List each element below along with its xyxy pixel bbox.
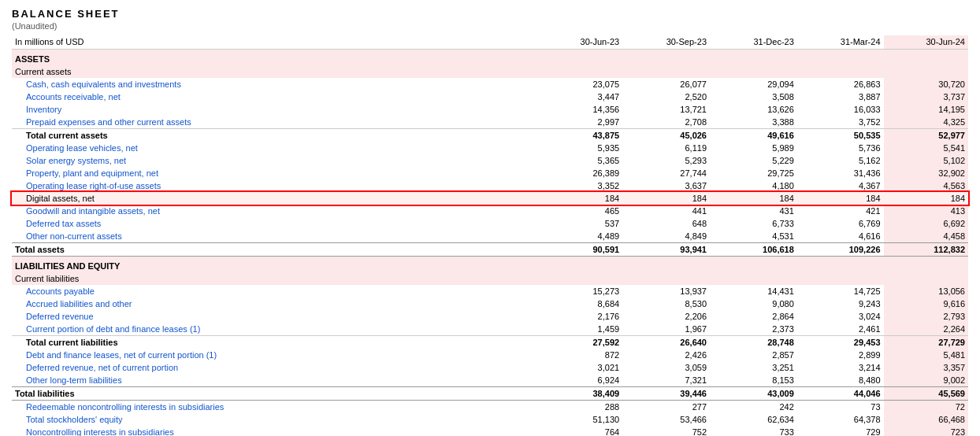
table-row: Accrued liabilities and other8,6848,5309… (12, 297, 968, 310)
table-row: Debt and finance leases, net of current … (12, 349, 968, 361)
cell-value: 764 (538, 426, 622, 436)
table-row: Other non-current assets4,4894,8494,5314… (12, 230, 968, 243)
table-row: Total stockholders' equity51,13053,46662… (12, 413, 968, 426)
cell-value: 5,102 (884, 154, 968, 167)
cell-value: 648 (622, 217, 710, 230)
cell-value: 3,214 (797, 361, 884, 374)
row-label: Inventory (12, 103, 538, 116)
row-label: Goodwill and intangible assets, net (12, 205, 538, 217)
cell-value: 752 (622, 426, 710, 436)
cell-value: 45,026 (622, 129, 710, 142)
cell-value: 13,721 (622, 103, 710, 116)
cell-value: 1,459 (538, 323, 622, 336)
cell-value: 4,458 (884, 230, 968, 243)
cell-value: 8,530 (622, 297, 710, 310)
row-label: Property, plant and equipment, net (12, 167, 538, 179)
cell-value: 4,180 (710, 179, 797, 192)
cell-value: 5,481 (884, 349, 968, 361)
row-label: Other long-term liabilities (12, 374, 538, 387)
cell-value: 50,535 (797, 129, 884, 142)
cell-value: 4,849 (622, 230, 710, 243)
cell-value: 14,431 (710, 285, 797, 297)
cell-value: 72 (884, 401, 968, 414)
cell-value: 31,436 (797, 167, 884, 179)
cell-value: 4,325 (884, 116, 968, 129)
cell-value: 2,520 (622, 91, 710, 103)
row-label: Total assets (12, 243, 538, 257)
cell-value: 413 (884, 205, 968, 217)
table-row: Total current assets43,87545,02649,61650… (12, 129, 968, 142)
cell-value: 27,729 (884, 336, 968, 349)
row-label: Prepaid expenses and other current asset… (12, 116, 538, 129)
cell-value: 3,388 (710, 116, 797, 129)
cell-value: 242 (710, 401, 797, 414)
cell-value: 29,453 (797, 336, 884, 349)
col-date-3: 31-Dec-23 (710, 35, 797, 50)
col-date-2: 30-Sep-23 (622, 35, 710, 50)
cell-value: 66,468 (884, 413, 968, 426)
row-label: Operating lease vehicles, net (12, 142, 538, 154)
cell-value: 2,899 (797, 349, 884, 361)
table-row: Inventory14,35613,72113,62616,03314,195 (12, 103, 968, 116)
cell-value: 2,708 (622, 116, 710, 129)
col-label-header: In millions of USD (12, 35, 538, 50)
cell-value: 44,046 (797, 387, 884, 401)
cell-value: 3,059 (622, 361, 710, 374)
row-label: Total current assets (12, 129, 538, 142)
row-label: Total current liabilities (12, 336, 538, 349)
cell-value: 6,119 (622, 142, 710, 154)
row-label: Other non-current assets (12, 230, 538, 243)
cell-value: 5,935 (538, 142, 622, 154)
cell-value: 109,226 (797, 243, 884, 257)
cell-value: 3,447 (538, 91, 622, 103)
cell-value: 431 (710, 205, 797, 217)
cell-value: 14,725 (797, 285, 884, 297)
row-label: Accounts payable (12, 285, 538, 297)
cell-value: 4,563 (884, 179, 968, 192)
col-date-5: 30-Jun-24 (884, 35, 968, 50)
cell-value: 49,616 (710, 129, 797, 142)
cell-value: 3,887 (797, 91, 884, 103)
cell-value: 29,094 (710, 78, 797, 91)
cell-value: 5,541 (884, 142, 968, 154)
page-subtitle: (Unaudited) (12, 21, 968, 31)
section-label: LIABILITIES AND EQUITY (12, 257, 968, 273)
page-title: BALANCE SHEET (12, 8, 968, 20)
row-label: Cash, cash equivalents and investments (12, 78, 538, 91)
row-label: Noncontrolling interests in subsidiaries (12, 426, 538, 436)
cell-value: 1,967 (622, 323, 710, 336)
row-label: Accounts receivable, net (12, 91, 538, 103)
cell-value: 30,720 (884, 78, 968, 91)
section-label: ASSETS (12, 50, 968, 66)
row-label: Current portion of debt and finance leas… (12, 323, 538, 336)
cell-value: 9,243 (797, 297, 884, 310)
cell-value: 14,356 (538, 103, 622, 116)
table-row: Noncontrolling interests in subsidiaries… (12, 426, 968, 436)
table-row: Current liabilities (12, 272, 968, 285)
cell-value: 43,875 (538, 129, 622, 142)
cell-value: 5,989 (710, 142, 797, 154)
cell-value: 26,863 (797, 78, 884, 91)
cell-value: 52,977 (884, 129, 968, 142)
table-row: Accounts receivable, net3,4472,5203,5083… (12, 91, 968, 103)
row-label: Deferred tax assets (12, 217, 538, 230)
row-label: Total stockholders' equity (12, 413, 538, 426)
row-label: Redeemable noncontrolling interests in s… (12, 401, 538, 414)
cell-value: 38,409 (538, 387, 622, 401)
cell-value: 5,162 (797, 154, 884, 167)
cell-value: 73 (797, 401, 884, 414)
cell-value: 106,618 (710, 243, 797, 257)
cell-value: 3,752 (797, 116, 884, 129)
cell-value: 2,461 (797, 323, 884, 336)
cell-value: 8,480 (797, 374, 884, 387)
table-row: Total assets90,59193,941106,618109,22611… (12, 243, 968, 257)
cell-value: 14,195 (884, 103, 968, 116)
table-header: In millions of USD 30-Jun-23 30-Sep-23 3… (12, 35, 968, 50)
cell-value: 93,941 (622, 243, 710, 257)
cell-value: 4,616 (797, 230, 884, 243)
cell-value: 4,531 (710, 230, 797, 243)
table-row: Cash, cash equivalents and investments23… (12, 78, 968, 91)
cell-value: 2,793 (884, 310, 968, 323)
table-row: Deferred revenue, net of current portion… (12, 361, 968, 374)
row-label: Deferred revenue, net of current portion (12, 361, 538, 374)
